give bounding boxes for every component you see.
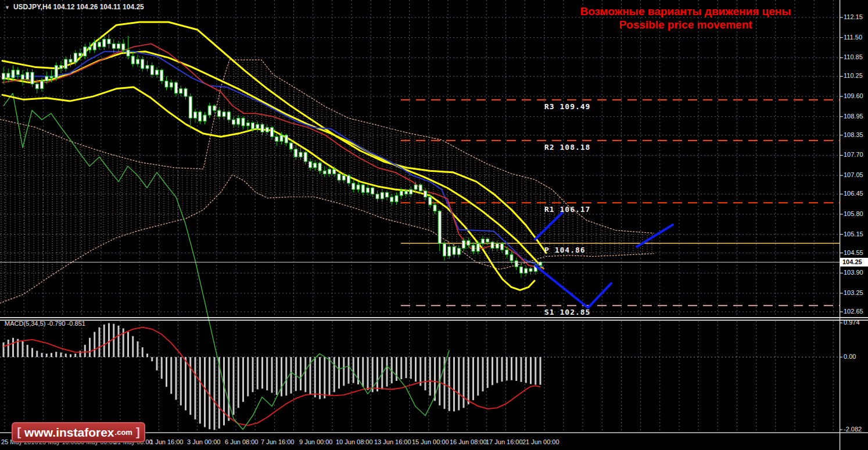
symbol-title: ▼USDJPY,H4 104.12 104.26 104.11 104.25 [5, 3, 144, 11]
kumo-upper-boundary [0, 60, 654, 233]
symbol-ohlc-text: USDJPY,H4 104.12 104.26 104.11 104.25 [13, 3, 144, 11]
forecast-annotation: Возможные варианты движения цены Possibl… [540, 5, 831, 31]
bollinger-lower-band [2, 87, 535, 290]
forecast-arrow-1 [535, 213, 562, 239]
dropdown-arrow-icon[interactable]: ▼ [5, 5, 10, 10]
current-price-tag: 104.25 [840, 258, 868, 267]
annotation-line-ru: Возможные варианты движения цены [540, 5, 831, 18]
logo-text: www.instaforex [24, 426, 114, 440]
logo-bracket-left: [ [17, 426, 21, 439]
forecast-arrow-2 [536, 266, 611, 308]
instaforex-watermark: [www.instaforex.com] [12, 422, 145, 442]
tenkan-sen-line [2, 44, 543, 268]
pane-separator-bottom [0, 320, 868, 321]
price-axis-line [840, 0, 840, 450]
bollinger-middle-band [2, 52, 543, 269]
logo-bracket-right: ] [136, 426, 140, 439]
pane-separator-top [0, 317, 868, 318]
logo-domain: .com [115, 428, 132, 437]
annotation-line-en: Possible price movement [540, 18, 831, 31]
macd-indicator-label: MACD(5,34,5) -0.790 -0.851 [5, 320, 85, 327]
chart-window: 112.15111.50110.85110.25109.60108.95108.… [0, 0, 868, 450]
price-chart-canvas[interactable] [0, 0, 868, 450]
